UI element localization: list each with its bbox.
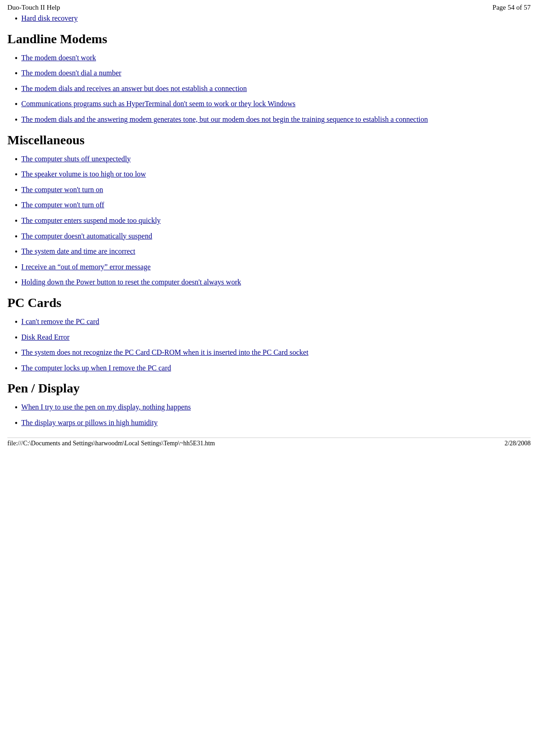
footer-path: file:///C:\Documents and Settings\harwoo… <box>7 440 215 447</box>
sections-container: Landline Modems•The modem doesn't work•T… <box>7 32 531 429</box>
section-heading: PC Cards <box>7 296 531 310</box>
list-item: •The display warps or pillows in high hu… <box>15 418 531 429</box>
section-link[interactable]: Holding down the Power button to reset t… <box>21 277 241 287</box>
bullet-icon: • <box>15 278 17 288</box>
section-heading: Landline Modems <box>7 32 531 46</box>
list-item: •I receive an “out of memory” error mess… <box>15 262 531 273</box>
list-item: •The modem dials and the answering modem… <box>15 114 531 125</box>
list-item: •The computer won't turn off <box>15 200 531 211</box>
bullet-icon: • <box>15 155 17 165</box>
list-item: •The modem dials and receives an answer … <box>15 84 531 95</box>
list-item: •The computer doesn't automatically susp… <box>15 231 531 242</box>
list-item: •The modem doesn't dial a number <box>15 68 531 79</box>
list-item: •The computer locks up when I remove the… <box>15 363 531 374</box>
app-title: Duo-Touch II Help <box>7 4 60 11</box>
bullet-icon: • <box>15 364 17 374</box>
list-item: •The computer enters suspend mode too qu… <box>15 216 531 227</box>
section-link[interactable]: Communications programs such as HyperTer… <box>21 99 295 109</box>
section-link[interactable]: I can't remove the PC card <box>21 317 99 327</box>
bullet-icon: • <box>15 318 17 328</box>
list-item: •The system does not recognize the PC Ca… <box>15 347 531 358</box>
bullet-icon: • <box>15 170 17 180</box>
list-item: •The speaker volume is too high or too l… <box>15 169 531 180</box>
bullet-icon: • <box>15 100 17 110</box>
bullet-icon: • <box>15 403 17 413</box>
section-link[interactable]: The computer won't turn on <box>21 185 103 195</box>
bullet-icon: • <box>15 14 17 24</box>
list-item: •When I try to use the pen on my display… <box>15 402 531 413</box>
section-link[interactable]: The computer shuts off unexpectedly <box>21 154 131 164</box>
section-link[interactable]: The modem dials and receives an answer b… <box>21 84 247 94</box>
section-link[interactable]: The computer won't turn off <box>21 200 104 210</box>
section-link[interactable]: The system date and time are incorrect <box>21 246 135 256</box>
list-item: •Hard disk recovery <box>15 13 531 24</box>
link[interactable]: Hard disk recovery <box>21 13 78 23</box>
bullet-icon: • <box>15 263 17 273</box>
bullet-icon: • <box>15 115 17 125</box>
section: Miscellaneous•The computer shuts off une… <box>7 133 531 288</box>
page-number: Page 54 of 57 <box>492 4 531 11</box>
bullet-icon: • <box>15 85 17 95</box>
section-link[interactable]: The modem doesn't work <box>21 53 96 63</box>
list-item: •The computer won't turn on <box>15 185 531 196</box>
section-link[interactable]: The modem dials and the answering modem … <box>21 114 428 125</box>
section-link[interactable]: The computer locks up when I remove the … <box>21 363 171 373</box>
section: Pen / Display•When I try to use the pen … <box>7 381 531 428</box>
bullet-icon: • <box>15 419 17 429</box>
bullet-icon: • <box>15 216 17 227</box>
section-link[interactable]: I receive an “out of memory” error messa… <box>21 262 150 272</box>
bullet-icon: • <box>15 348 17 358</box>
page-footer: file:///C:\Documents and Settings\harwoo… <box>7 438 531 447</box>
section-link[interactable]: The computer doesn't automatically suspe… <box>21 231 152 241</box>
section: PC Cards•I can't remove the PC card•Disk… <box>7 296 531 374</box>
footer-date: 2/28/2008 <box>504 440 531 447</box>
section-link[interactable]: The computer enters suspend mode too qui… <box>21 216 160 226</box>
bullet-icon: • <box>15 232 17 242</box>
bullet-icon: • <box>15 186 17 196</box>
section: Landline Modems•The modem doesn't work•T… <box>7 32 531 125</box>
bullet-icon: • <box>15 247 17 257</box>
section-link[interactable]: The speaker volume is too high or too lo… <box>21 169 146 179</box>
list-item: •The computer shuts off unexpectedly <box>15 154 531 165</box>
section-link[interactable]: When I try to use the pen on my display,… <box>21 402 191 412</box>
list-item: •Holding down the Power button to reset … <box>15 277 531 288</box>
list-item: •The modem doesn't work <box>15 53 531 64</box>
section-heading: Pen / Display <box>7 381 531 396</box>
section-link[interactable]: The display warps or pillows in high hum… <box>21 418 157 428</box>
top-links: •Hard disk recovery <box>7 13 531 24</box>
section-link[interactable]: The system does not recognize the PC Car… <box>21 347 308 358</box>
bullet-icon: • <box>15 201 17 211</box>
section-link[interactable]: The modem doesn't dial a number <box>21 68 121 78</box>
list-item: •Communications programs such as HyperTe… <box>15 99 531 110</box>
bullet-icon: • <box>15 333 17 343</box>
page-header: Duo-Touch II Help Page 54 of 57 <box>7 4 531 11</box>
list-item: •Disk Read Error <box>15 332 531 343</box>
section-link[interactable]: Disk Read Error <box>21 332 69 342</box>
bullet-icon: • <box>15 54 17 64</box>
bullet-icon: • <box>15 69 17 79</box>
section-heading: Miscellaneous <box>7 133 531 148</box>
list-item: •I can't remove the PC card <box>15 317 531 328</box>
list-item: •The system date and time are incorrect <box>15 246 531 257</box>
